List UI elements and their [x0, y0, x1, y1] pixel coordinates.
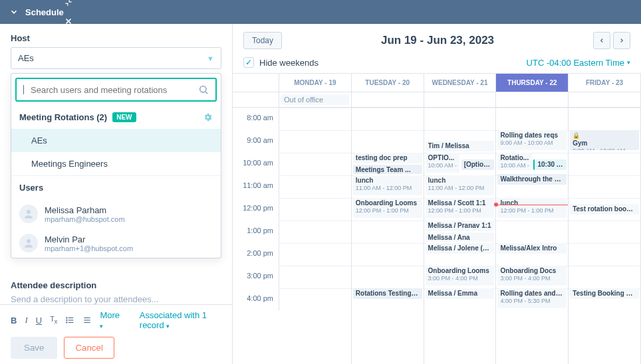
collapse-icon[interactable]: [9, 7, 19, 17]
svg-point-4: [27, 210, 31, 214]
panel-title: Schedule: [25, 7, 64, 17]
day-header-row: MONDAY - 19 TUESDAY - 20 WEDNESDAY - 21 …: [233, 74, 641, 92]
calendar-event[interactable]: Test rotation booking: [570, 204, 639, 215]
hour-label: 3:00 pm: [233, 266, 279, 288]
bold-button[interactable]: B: [11, 316, 17, 325]
user-option[interactable]: Melissa Parham mparham@hubspot.com: [11, 199, 221, 228]
calendar-event[interactable]: Onboarding Docs3:00 PM - 4:00 PM: [497, 266, 567, 286]
prev-week-button[interactable]: [593, 32, 610, 49]
date-range-title: Jun 19 - Jun 23, 2023: [282, 34, 593, 47]
allday-row: Out of office: [233, 92, 641, 108]
calendar-event[interactable]: Onboarding Looms12:00 PM - 1:00 PM: [353, 198, 422, 218]
hour-label: 12:00 pm: [233, 198, 279, 221]
calendar-panel: Today Jun 19 - Jun 23, 2023 ✓ Hide weeke…: [233, 24, 641, 364]
user-email: mparham@hubspot.com: [45, 215, 125, 223]
day-header[interactable]: MONDAY - 19: [279, 74, 352, 92]
day-header[interactable]: FRIDAY - 23: [569, 74, 641, 92]
day-header-active[interactable]: THURSDAY - 22: [496, 74, 569, 92]
calendar-event[interactable]: Testing Booking CO...: [570, 288, 639, 299]
users-header: Users: [11, 175, 221, 199]
svg-point-5: [27, 239, 31, 243]
avatar-icon: [19, 234, 38, 252]
svg-line-3: [205, 92, 207, 94]
host-dropdown: Meeting Rotations (2) NEW AEs Meetings E…: [11, 73, 221, 258]
calendar-event[interactable]: [Option...: [461, 159, 495, 170]
calendar-event[interactable]: Rotatio...10:00 AM -: [497, 153, 532, 170]
calendar-event[interactable]: testing doc prep: [353, 153, 422, 163]
calendar-event[interactable]: Melissa / Pranav 1:1: [426, 221, 495, 231]
new-badge: NEW: [112, 112, 136, 122]
calendar-event[interactable]: lunch11:00 AM - 12:00 PM: [353, 175, 422, 195]
user-name: Melissa Parham: [45, 205, 125, 215]
user-email: mparham+1@hubspot.com: [45, 244, 133, 252]
allday-event[interactable]: Out of office: [281, 94, 349, 105]
calendar-event[interactable]: Onboarding Looms3:00 PM - 4:00 PM: [426, 266, 495, 286]
svg-point-10: [66, 319, 67, 320]
hour-label: 2:00 pm: [233, 243, 279, 266]
svg-point-11: [66, 322, 67, 323]
calendar-event[interactable]: Meetings Team ...: [353, 165, 422, 174]
calendar-event[interactable]: Melissa / Emma: [426, 288, 495, 299]
user-option[interactable]: Melvin Par mparham+1@hubspot.com: [11, 228, 221, 258]
hour-label: 11:00 am: [233, 175, 279, 198]
attendee-description-label: Attendee description: [11, 280, 221, 290]
day-header[interactable]: WEDNESDAY - 21: [424, 74, 497, 92]
italic-button[interactable]: I: [25, 315, 27, 325]
minimize-icon[interactable]: [64, 0, 632, 7]
calendar-event[interactable]: Melissa / Jolene (R...: [426, 243, 495, 254]
hour-label: 9:00 am: [233, 130, 279, 153]
user-name: Melvin Par: [45, 234, 133, 244]
day-header[interactable]: TUESDAY - 20: [352, 74, 424, 92]
more-dropdown[interactable]: More ▾: [100, 310, 120, 330]
svg-point-2: [200, 86, 206, 92]
rich-text-toolbar: B I U Tx More ▾ Associated with 1 record…: [11, 310, 221, 330]
save-button[interactable]: Save: [11, 337, 57, 359]
search-input-wrap[interactable]: [15, 78, 217, 102]
calendar-event[interactable]: Tim / Melissa: [426, 141, 495, 151]
avatar-icon: [19, 205, 38, 223]
svg-point-9: [66, 318, 67, 318]
calendar-event[interactable]: OPTIO...10:00 AM -: [426, 153, 460, 173]
calendar-event[interactable]: Rolling dates reqs9:00 AM - 10:00 AM: [497, 130, 567, 150]
hour-label: 8:00 am: [233, 108, 279, 130]
calendar-event[interactable]: Melissa / Scott 1:112:00 PM - 1:00 PM: [426, 198, 495, 218]
search-icon: [198, 84, 209, 95]
calendar-event[interactable]: Melissa/Alex Intro: [497, 243, 567, 254]
next-week-button[interactable]: [613, 32, 630, 49]
calendar-event[interactable]: Gym9:00 AM - 10:00 AM: [570, 130, 639, 150]
hide-weekends-label: Hide weekends: [259, 58, 319, 68]
rotation-option-engineers[interactable]: Meetings Engineers: [11, 152, 221, 175]
calendar-event[interactable]: lunch11:00 AM - 12:00 PM: [426, 175, 495, 195]
list2-button[interactable]: [82, 316, 92, 325]
calendar-event[interactable]: Walkthrough the Sa...: [497, 174, 567, 185]
host-label: Host: [11, 33, 221, 43]
attendee-description-input[interactable]: Send a description to your attendees...: [11, 294, 221, 304]
timezone-select[interactable]: UTC -04:00 Eastern Time▾: [527, 58, 630, 68]
calendar-event[interactable]: Melissa / Ana: [426, 232, 495, 242]
search-input[interactable]: [31, 85, 193, 95]
caret-down-icon: ▼: [207, 54, 214, 62]
gear-icon[interactable]: [203, 112, 213, 122]
rotations-header: Meeting Rotations (2) NEW: [11, 106, 221, 129]
today-button[interactable]: Today: [243, 32, 282, 49]
panel-header: Schedule: [0, 0, 641, 24]
hour-label: 4:00 pm: [233, 288, 279, 311]
hour-label: 1:00 pm: [233, 221, 279, 243]
calendar-event[interactable]: Rolling dates and r...4:00 PM - 5:30 PM: [497, 288, 567, 308]
host-select[interactable]: AEs ▼: [11, 47, 221, 69]
associated-dropdown[interactable]: Associated with 1 record ▾: [140, 310, 221, 330]
hide-weekends-checkbox[interactable]: ✓: [243, 57, 254, 68]
cancel-button[interactable]: Cancel: [64, 337, 114, 359]
format-button[interactable]: Tx: [50, 315, 57, 325]
host-select-value: AEs: [18, 53, 34, 63]
underline-button[interactable]: U: [36, 316, 42, 325]
list-button[interactable]: [65, 316, 74, 325]
calendar-event[interactable]: lunch12:00 PM - 1:00 PM: [497, 198, 567, 218]
calendar-event[interactable]: 10:30 A...: [533, 159, 567, 170]
calendar-event[interactable]: Rotations Testing D...: [353, 288, 422, 299]
left-panel: Host AEs ▼ Meeting Rotations (2) NEW: [0, 24, 233, 364]
hour-label: 10:00 am: [233, 153, 279, 175]
rotation-option-aes[interactable]: AEs: [11, 129, 221, 152]
